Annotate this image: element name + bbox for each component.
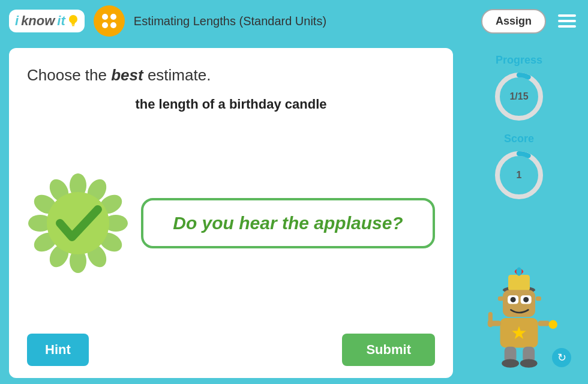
menu-icon	[558, 20, 576, 22]
svg-rect-2	[71, 24, 74, 25]
mascot-area	[480, 211, 558, 372]
score-value: 1	[517, 170, 522, 181]
svg-rect-1	[71, 23, 75, 24]
svg-rect-3	[72, 25, 74, 26]
hint-button[interactable]: Hint	[27, 334, 89, 366]
svg-point-43	[520, 359, 538, 367]
logo-text: i	[15, 13, 19, 29]
header: i know it Estimating Lengths (Standard U…	[0, 0, 588, 42]
logo-text: know	[21, 13, 55, 29]
progress-circle: 1/15	[492, 70, 546, 124]
dots-grid	[102, 14, 116, 28]
svg-rect-32	[536, 296, 541, 301]
menu-icon	[558, 14, 576, 17]
dot	[102, 22, 108, 28]
dot	[102, 14, 108, 20]
svg-point-42	[502, 359, 519, 367]
subject-text: the length of a birthday candle	[27, 97, 435, 112]
svg-rect-38	[538, 321, 550, 326]
score-circle: 1	[492, 148, 546, 202]
menu-icon	[558, 25, 576, 28]
progress-label: Progress	[496, 54, 542, 67]
robot-mascot	[480, 264, 558, 372]
answer-area: Do you hear the applause?	[27, 124, 435, 322]
page-title: Estimating Lengths (Standard Units)	[134, 14, 472, 28]
progress-value: 1/15	[509, 91, 528, 102]
correct-badge	[27, 172, 129, 274]
flower-svg	[27, 172, 129, 274]
svg-point-30	[523, 297, 529, 302]
progress-section: Progress 1/15	[492, 54, 546, 124]
back-arrow-button[interactable]: ↻	[552, 348, 571, 367]
svg-rect-31	[498, 296, 503, 301]
activity-icon	[94, 5, 125, 37]
svg-point-25	[517, 267, 522, 275]
dot	[110, 14, 116, 20]
bottom-bar: Hint Submit	[27, 334, 435, 366]
question-panel: Choose the best estimate. the length of …	[9, 48, 453, 378]
menu-button[interactable]	[555, 11, 579, 31]
score-section: Score 1	[492, 133, 546, 202]
svg-point-39	[549, 320, 557, 329]
svg-point-29	[511, 297, 516, 302]
instruction-text: Choose the best estimate.	[27, 66, 435, 85]
right-panel: Progress 1/15 Score 1	[459, 48, 579, 378]
answer-box: Do you hear the applause?	[141, 198, 435, 248]
bulb-icon	[68, 14, 79, 28]
dot	[110, 22, 116, 28]
answer-text: Do you hear the applause?	[173, 212, 403, 234]
main-content: Choose the best estimate. the length of …	[0, 42, 588, 384]
svg-rect-37	[488, 312, 493, 322]
logo: i know it	[9, 10, 85, 32]
svg-point-0	[69, 15, 77, 23]
score-label: Score	[504, 133, 534, 145]
svg-rect-22	[508, 275, 530, 291]
assign-button[interactable]: Assign	[481, 9, 546, 34]
logo-text: it	[57, 13, 65, 29]
submit-button[interactable]: Submit	[342, 334, 435, 366]
